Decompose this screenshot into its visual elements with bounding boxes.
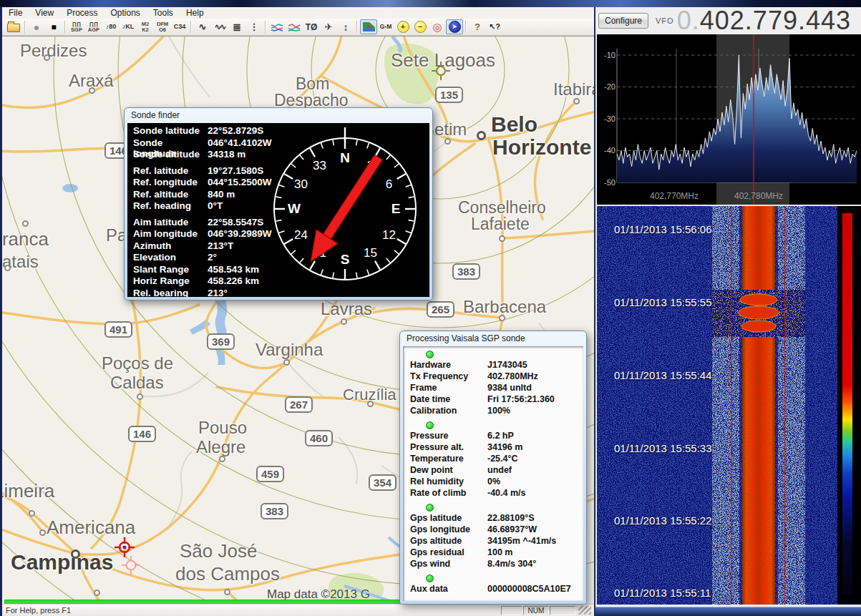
toolbar-separator <box>190 21 192 33</box>
mode-c34-button[interactable]: C34 <box>171 19 188 34</box>
field-label: Aim longitude <box>133 228 208 240</box>
mode-kl-button[interactable]: ♪KL <box>120 19 137 34</box>
waterfall-display[interactable]: 01/11/2013 15:56:0601/11/2013 15:55:5501… <box>597 206 861 605</box>
spectrum-display[interactable]: -10 -20 -30 -40 -50 402,770MHz 402,780MH… <box>597 34 861 205</box>
road-shield: 459 <box>256 466 284 482</box>
sonde-finder-body: Sonde latitude 22°52.8729S Sonde longitu… <box>127 123 429 297</box>
telemetry-row: Rel humidity 0% <box>403 476 583 487</box>
concentric-circles-icon: ◎ <box>432 21 442 32</box>
field-value: 9384 unltd <box>487 383 532 393</box>
toolbar-separator <box>465 21 467 33</box>
telemetry-row <box>403 502 583 512</box>
field-value: 840 m <box>208 189 235 201</box>
field-label: Slant Range <box>133 264 208 276</box>
center-target-button[interactable]: ◎ <box>429 19 446 34</box>
wave-view-button[interactable]: ∿∿ <box>211 19 228 34</box>
stop-icon: ■ <box>51 23 56 31</box>
svg-text:30: 30 <box>294 177 308 191</box>
mode-m2k2-button[interactable]: M2K2 <box>137 19 154 34</box>
waterfall-timestamp: 01/11/2013 15:55:22 <box>614 514 712 527</box>
compass-button[interactable]: ➤ <box>446 19 463 34</box>
field-value: 6.2 hP <box>487 431 514 441</box>
plot-1-button[interactable] <box>268 19 286 34</box>
stop-button[interactable]: ■ <box>45 19 62 34</box>
note-kl-icon: ♪KL <box>122 24 135 30</box>
configure-button[interactable]: Configure <box>598 13 648 29</box>
field-label: Date time <box>410 394 487 404</box>
sonde-plane-icon: ✈ <box>325 22 333 31</box>
telemetry-row: Date time Fri 17:56:21.360 <box>403 393 583 405</box>
menu-view[interactable]: View <box>29 7 60 19</box>
mode-agp-button[interactable]: ∏∏AGP <box>85 19 102 34</box>
field-value: 213° <box>208 288 228 298</box>
field-value: 22°52.8729S <box>208 125 263 137</box>
field-label: Gps altitude <box>410 536 487 546</box>
help-button[interactable]: ? <box>469 19 486 34</box>
field-value: 8.4m/s 304° <box>487 559 536 569</box>
road-shield: 491 <box>104 321 132 338</box>
resize-grip[interactable] <box>578 606 591 615</box>
mode-80-button[interactable]: ♪80 <box>102 19 120 34</box>
record-button[interactable]: ● <box>28 19 45 34</box>
sonde-finder-title-bar[interactable]: Sonde finder <box>127 108 429 123</box>
compass-dial: N36E1215S2124W3033 <box>261 123 429 297</box>
field-value: J1743045 <box>487 360 527 370</box>
signal-view-button[interactable]: ∿ <box>194 19 211 34</box>
field-label: Ref. latitude <box>133 165 208 177</box>
road-shield: 146 <box>128 426 156 442</box>
field-label: Gps wind <box>410 559 487 569</box>
map-view-button[interactable] <box>360 19 377 34</box>
frequency-display[interactable]: 0.402.779.443 <box>674 8 861 34</box>
zoom-in-button[interactable]: + <box>394 19 412 34</box>
svg-text:24: 24 <box>294 228 308 242</box>
sdr-panel: Configure VFO 0.402.779.443 <box>594 7 861 616</box>
field-label: Elevation <box>133 252 208 264</box>
mode-sgp-button[interactable]: ∏∏SGP <box>68 19 85 34</box>
processing-title-bar[interactable]: Processing Vaisala SGP sonde <box>403 331 583 346</box>
record-icon: ● <box>34 22 39 32</box>
temp-plot-button[interactable]: TØ <box>303 19 320 34</box>
waterfall-timestamp: 01/11/2013 15:55:44 <box>614 369 712 381</box>
status-ok-icon <box>426 351 434 358</box>
field-value: 46.68937°W <box>487 524 537 534</box>
map-icon <box>363 22 375 31</box>
gps-map-button[interactable]: G-M <box>377 19 394 34</box>
multi-line-chart-icon <box>271 23 283 31</box>
sonde-finder-button[interactable]: ✈ <box>320 19 337 34</box>
svg-text:W: W <box>288 201 301 216</box>
menu-tools[interactable]: Tools <box>147 7 180 19</box>
menu-options[interactable]: Options <box>104 7 147 19</box>
zoom-out-button[interactable]: − <box>412 19 429 34</box>
open-file-button[interactable] <box>5 19 22 34</box>
plot-2-button[interactable] <box>286 19 303 34</box>
field-value: 34195m ^-41m/s <box>487 536 556 546</box>
field-label: Rate of climb <box>410 488 487 498</box>
svg-text:12: 12 <box>382 228 396 242</box>
levels-button[interactable]: ⋮ <box>245 19 263 34</box>
svg-text:N: N <box>340 150 350 165</box>
menu-process[interactable]: Process <box>60 7 104 19</box>
svg-text:-10: -10 <box>604 51 616 59</box>
raw-data-button[interactable]: ≣ <box>228 19 245 34</box>
field-label: Sonde latitude <box>133 125 208 137</box>
field-value: 458.226 km <box>208 275 259 288</box>
field-value: 0% <box>487 476 500 487</box>
reference-station-marker <box>432 62 450 83</box>
svg-text:402,770MHz: 402,770MHz <box>650 191 699 201</box>
menu-help[interactable]: Help <box>180 7 210 19</box>
telemetry-row: Pressure 6.2 hP <box>403 430 583 441</box>
svg-text:402,780MHz: 402,780MHz <box>734 191 783 201</box>
status-bar: For Help, press F1 NUM <box>2 604 594 616</box>
spectrum-plot: -10 -20 -30 -40 -50 402,770MHz 402,780MH… <box>597 34 861 205</box>
vertical-profile-button[interactable]: ↕ <box>337 19 354 34</box>
svg-text:-20: -20 <box>604 82 616 91</box>
context-help-button[interactable]: ↖? <box>486 19 503 34</box>
processing-sonde-dialog: Processing Vaisala SGP sonde Hardware J1… <box>399 331 587 605</box>
k2-label: K2 <box>142 27 149 33</box>
field-label: Gps longitude <box>410 524 487 534</box>
field-value: 2° <box>208 252 217 264</box>
menu-bar: File View Process Options Tools Help <box>2 7 594 19</box>
mode-dfm06-button[interactable]: DFMO6 <box>154 19 171 34</box>
processing-rows: Hardware J1743045 Tx Frequency 402.780MH… <box>403 346 583 595</box>
menu-file[interactable]: File <box>2 7 29 19</box>
